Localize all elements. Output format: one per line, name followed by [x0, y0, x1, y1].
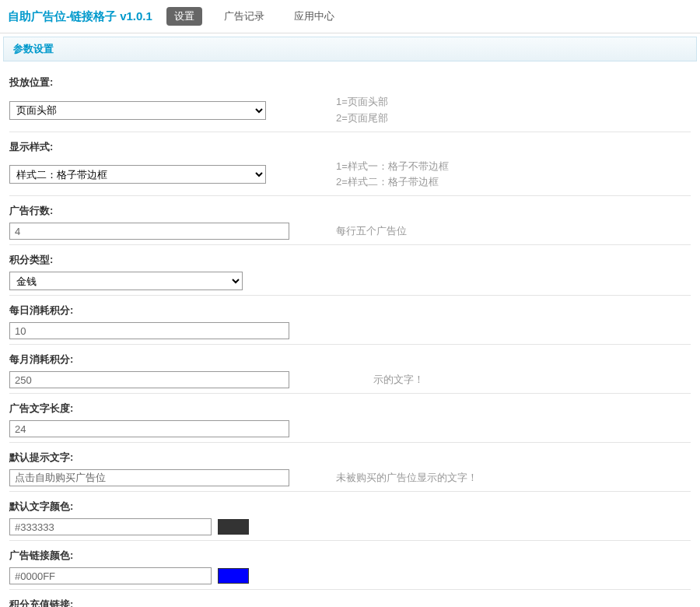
row-default-text: 默认提示文字: 未被购买的广告位显示的文字！: [9, 443, 691, 492]
label-text-length: 广告文字长度:: [9, 398, 691, 420]
input-link-color[interactable]: [9, 567, 212, 584]
label-rows: 广告行数:: [9, 201, 691, 223]
input-daily-cost[interactable]: [9, 322, 289, 339]
row-rows: 广告行数: 每行五个广告位: [9, 196, 691, 245]
hint-default-text: 未被购买的广告位显示的文字！: [336, 470, 478, 486]
row-link-color: 广告链接颜色:: [9, 541, 691, 590]
row-position: 投放位置: 页面头部 1=页面头部 2=页面尾部: [9, 68, 691, 132]
row-daily-cost: 每日消耗积分:: [9, 296, 691, 345]
input-default-text[interactable]: [9, 469, 289, 486]
input-monthly-cost[interactable]: [9, 371, 289, 388]
label-daily-cost: 每日消耗积分:: [9, 300, 691, 322]
row-style: 显示样式: 样式二：格子带边框 1=样式一：格子不带边框 2=样式二：格子带边框: [9, 132, 691, 197]
input-text-length[interactable]: [9, 420, 289, 437]
form-content: 投放位置: 页面头部 1=页面头部 2=页面尾部 显示样式: 样式二：格子带边框…: [0, 63, 700, 607]
select-position[interactable]: 页面头部: [9, 101, 266, 120]
label-link-color: 广告链接颜色:: [9, 546, 691, 567]
label-position: 投放位置:: [9, 72, 691, 94]
row-monthly-cost: 每月消耗积分: 示的文字！: [9, 345, 691, 394]
app-title: 自助广告位-链接格子 v1.0.1: [8, 9, 152, 24]
tab-ad-log[interactable]: 广告记录: [216, 6, 272, 26]
select-points-type[interactable]: 金钱: [9, 272, 243, 290]
hint-rows: 每行五个广告位: [336, 223, 407, 240]
hint-monthly-cost: 示的文字！: [336, 372, 424, 388]
row-recharge-link: 积分充值链接:: [9, 590, 691, 607]
label-points-type: 积分类型:: [9, 250, 691, 272]
row-text-color: 默认文字颜色:: [9, 492, 691, 541]
swatch-text-color[interactable]: [218, 519, 249, 535]
tab-app-center[interactable]: 应用中心: [286, 6, 342, 26]
label-monthly-cost: 每月消耗积分:: [9, 349, 691, 371]
hint-position: 1=页面头部 2=页面尾部: [336, 94, 388, 127]
row-text-length: 广告文字长度:: [9, 394, 691, 443]
section-title: 参数设置: [3, 37, 697, 61]
hint-style: 1=样式一：格子不带边框 2=样式二：格子带边框: [336, 159, 449, 191]
tab-settings[interactable]: 设置: [166, 7, 202, 26]
input-text-color[interactable]: [9, 518, 212, 535]
label-text-color: 默认文字颜色:: [9, 496, 691, 518]
input-rows[interactable]: [9, 223, 289, 240]
label-default-text: 默认提示文字:: [9, 447, 691, 469]
swatch-link-color[interactable]: [218, 568, 249, 584]
label-recharge-link: 积分充值链接:: [9, 595, 691, 607]
select-style[interactable]: 样式二：格子带边框: [9, 165, 266, 184]
label-style: 显示样式:: [9, 137, 691, 159]
header: 自助广告位-链接格子 v1.0.1 设置 广告记录 应用中心: [0, 0, 700, 33]
row-points-type: 积分类型: 金钱: [9, 245, 691, 296]
